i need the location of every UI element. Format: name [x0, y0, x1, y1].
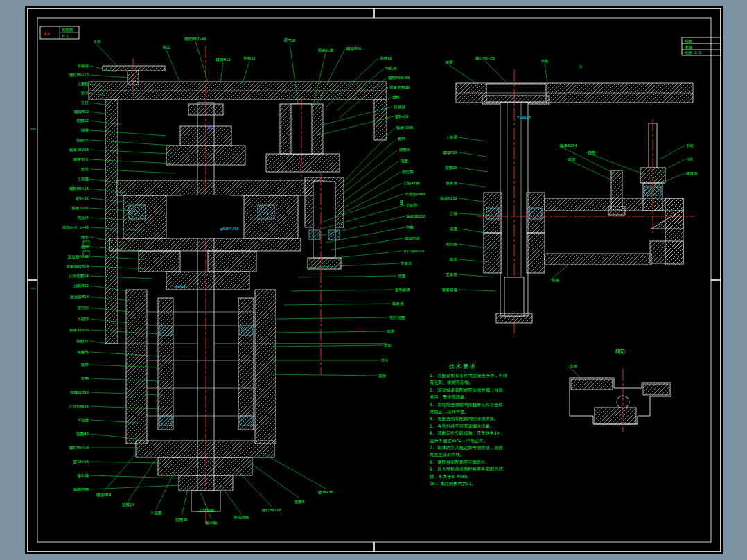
- part-label: 圆螺母M30: [70, 390, 89, 394]
- note-line: 高度至油标中线。: [430, 452, 464, 457]
- part-label: 下端盖: [150, 511, 162, 515]
- part-label: 轴端挡圈: [234, 515, 249, 520]
- part-label: 片: [579, 64, 583, 69]
- part-label: 箱体: [81, 245, 89, 249]
- part-label: 隔套: [450, 257, 458, 262]
- part-label: 丝杠: [686, 157, 694, 161]
- part-label: 垫圈: [81, 376, 89, 381]
- part-label: 大齿轮z=80: [405, 192, 425, 197]
- part-label: 立柱: [81, 100, 89, 105]
- part-label: 端盖: [450, 227, 458, 231]
- part-label: 上箱盖: [77, 177, 89, 181]
- part-label: 隔套: [81, 235, 89, 240]
- part-label: 联轴器: [394, 105, 405, 110]
- part-label: 螺钉M6×16: [69, 73, 89, 77]
- part-label: 垫圈16: [445, 166, 457, 170]
- note-line: 6. 装配后作空载试验，正反转各1h，: [430, 430, 504, 436]
- part-label: 螺钉M6×20: [69, 446, 89, 450]
- part-label: 锁紧螺母: [441, 288, 458, 292]
- part-label: 盖板: [392, 95, 401, 99]
- part-label: 螺栓M12×40: [184, 37, 206, 42]
- drawing-stage: ×× 装配图 1:2 制图 审核 比例 1:2: [0, 0, 747, 560]
- part-label: 螺母M16: [443, 150, 457, 155]
- part-label: 密封圈: [402, 170, 414, 175]
- note-line: 4. 各配合面装配前均应涂润滑油。: [430, 416, 499, 421]
- part-label: 螺母M16: [405, 236, 419, 240]
- note-line: 7. 箱体内注入规定牌号润滑油，油面: [430, 445, 503, 450]
- part-label: 垫片: [381, 358, 389, 363]
- part-label: 定位销6×30: [68, 254, 89, 259]
- part-label: 轴承6206: [396, 125, 414, 130]
- part-label: 定距环: [406, 203, 418, 208]
- part-label: 止动垫圈: [199, 508, 214, 513]
- part-label: 套杯: [398, 137, 406, 141]
- part-label: 密封圈: [446, 242, 457, 247]
- part-label: 底座: [552, 278, 560, 282]
- part-label: 键8×36: [76, 196, 89, 201]
- part-label: 套筒: [81, 167, 89, 171]
- part-label: 螺钉M8×20: [475, 56, 495, 60]
- part-label: 螺钉M6×16: [262, 508, 281, 512]
- part-label: 套筒: [384, 343, 392, 347]
- part-label: 放油塞M14: [70, 295, 89, 299]
- part-label: 支承筒: [446, 272, 457, 277]
- part-label: 螺母座: [686, 171, 698, 175]
- part-label: 垫圈14: [122, 502, 135, 507]
- title-row-2: 1:2: [62, 34, 69, 38]
- part-label: 轴承座: [446, 181, 457, 186]
- note-line: 1. 装配前所有零件均需清洗干净，不得: [430, 373, 508, 378]
- note-line: 8. 紧固件装配后应可靠防松。: [430, 460, 490, 465]
- part-label: 垫圈6: [295, 500, 305, 505]
- part-label: 电机座: [385, 66, 397, 70]
- part-label: 立轴45钢: [403, 181, 420, 186]
- note-line: 5. 各密封处不得有渗漏油现象。: [430, 423, 494, 429]
- part-label: 箱座: [378, 374, 387, 378]
- sheet-code: ××: [44, 30, 51, 37]
- dimension-label: M24: [208, 125, 216, 130]
- part-label: 支承套: [401, 261, 412, 266]
- part-label: 密封毡圈: [389, 315, 405, 320]
- part-label: 手轮: [686, 143, 694, 148]
- part-label: 轴承6210: [440, 196, 457, 201]
- part-label: 轴承6208: [71, 206, 89, 211]
- part-label: 螺母M16: [346, 46, 361, 51]
- part-label: 手柄座: [77, 64, 89, 69]
- part-label: 窥视孔盖: [318, 48, 334, 53]
- part-label: 螺塞M14: [96, 493, 112, 497]
- part-label: 输出轴: [77, 473, 89, 478]
- dimension-label: φ40k6: [175, 285, 186, 290]
- part-label: 垫圈12: [76, 119, 89, 123]
- cad-canvas[interactable]: ×× 装配图 1:2 制图 审核 比例 1:2: [0, 0, 747, 560]
- part-label: 端盖: [81, 128, 89, 132]
- note-line: 2. 滚动轴承装配时应涂润滑脂，转动: [430, 387, 503, 393]
- part-label: 套杯: [81, 362, 89, 367]
- part-label: 毡圈25: [76, 138, 89, 143]
- tbr-row-1: 审核: [685, 45, 693, 49]
- part-label: 止动垫圈24: [69, 274, 89, 279]
- part-label: 密封垫: [77, 306, 89, 310]
- part-label: 锁紧螺母M24: [66, 264, 89, 268]
- part-label: 键10×56: [318, 490, 333, 495]
- note-line: 10. 未注倒角均为C1。: [430, 481, 476, 487]
- detail-b-label: B向: [615, 348, 625, 355]
- part-label: 上盖板: [77, 82, 89, 86]
- part-label: 调整环: [76, 350, 89, 355]
- part-label: 开口销4×28: [403, 249, 425, 254]
- part-label: 调整垫片: [73, 157, 89, 162]
- part-label: 手柄: [93, 40, 101, 44]
- part-label: 毡圈32: [76, 339, 89, 344]
- dimension-label: Tr40×7: [517, 116, 531, 120]
- notes-title: 技术要求: [448, 363, 477, 369]
- part-label: 弹簧垫圈10: [389, 85, 410, 90]
- tbr-row-0: 制图: [685, 39, 692, 44]
- part-label: 键6×28: [395, 114, 409, 119]
- note-line: 隙，不大于0.05mm。: [430, 474, 472, 480]
- part-label: 压板: [541, 59, 549, 63]
- part-label: 通气器: [284, 37, 296, 43]
- part-label: 吊耳: [162, 45, 170, 49]
- part-label: 轴承30210: [406, 214, 425, 219]
- part-label: 压盖: [398, 274, 406, 278]
- part-label: 横梁: [445, 60, 453, 64]
- part-label: 滚动轴承: [395, 288, 411, 292]
- part-label: 油标M12: [74, 283, 89, 288]
